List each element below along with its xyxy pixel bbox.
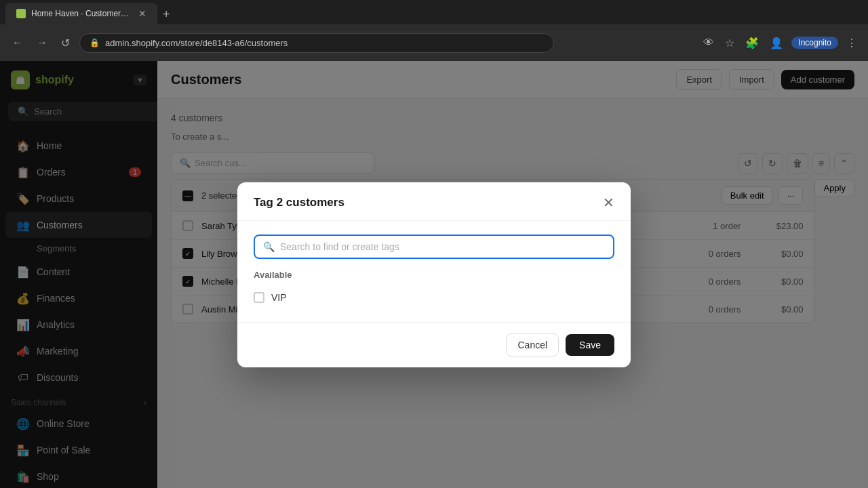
modal-search-icon: 🔍 xyxy=(263,241,275,252)
tab-close-icon[interactable]: ✕ xyxy=(138,8,146,19)
active-tab[interactable]: Home Haven · Customers · Sho... ✕ xyxy=(5,3,157,24)
modal-header: Tag 2 customers ✕ xyxy=(237,182,631,221)
available-label: Available xyxy=(254,270,614,280)
modal-body: 🔍 Available VIP xyxy=(237,221,631,322)
svg-rect-0 xyxy=(18,10,24,17)
modal-footer: Cancel Save xyxy=(237,322,631,367)
reload-button[interactable]: ↺ xyxy=(57,34,74,52)
eye-slash-icon[interactable]: 👁 xyxy=(701,34,717,52)
extensions-icon[interactable]: 🧩 xyxy=(743,34,762,52)
toolbar-right: 👁 ☆ 🧩 👤 Incognito ⋮ xyxy=(701,34,860,52)
save-button[interactable]: Save xyxy=(566,334,614,356)
modal-overlay[interactable]: Tag 2 customers ✕ 🔍 Available VIP Cancel… xyxy=(0,61,868,488)
browser-chrome: Home Haven · Customers · Sho... ✕ + ← → … xyxy=(0,0,868,61)
url-text: admin.shopify.com/store/de8143-a6/custom… xyxy=(105,38,288,48)
tag-item-vip: VIP xyxy=(254,287,614,308)
forward-button[interactable]: → xyxy=(33,34,52,52)
bookmark-icon[interactable]: ☆ xyxy=(722,34,737,52)
lock-icon: 🔒 xyxy=(90,38,100,47)
incognito-label: Incognito xyxy=(791,37,838,49)
menu-icon[interactable]: ⋮ xyxy=(844,34,860,52)
modal-close-button[interactable]: ✕ xyxy=(603,196,614,209)
cancel-button[interactable]: Cancel xyxy=(506,333,559,357)
address-bar[interactable]: 🔒 admin.shopify.com/store/de8143-a6/cust… xyxy=(79,33,554,53)
modal-title: Tag 2 customers xyxy=(254,196,344,209)
profile-icon[interactable]: 👤 xyxy=(767,34,786,52)
vip-checkbox[interactable] xyxy=(254,292,264,303)
tag-customers-modal: Tag 2 customers ✕ 🔍 Available VIP Cancel… xyxy=(237,182,631,367)
tag-search-input[interactable] xyxy=(280,241,605,252)
vip-label: VIP xyxy=(271,292,287,303)
modal-search-field[interactable]: 🔍 xyxy=(254,235,614,259)
tab-favicon xyxy=(16,9,26,18)
tab-title: Home Haven · Customers · Sho... xyxy=(31,9,133,18)
browser-tabs: Home Haven · Customers · Sho... ✕ + xyxy=(0,0,868,24)
back-button[interactable]: ← xyxy=(8,34,27,52)
browser-toolbar: ← → ↺ 🔒 admin.shopify.com/store/de8143-a… xyxy=(0,24,868,61)
new-tab-button[interactable]: + xyxy=(157,5,176,24)
